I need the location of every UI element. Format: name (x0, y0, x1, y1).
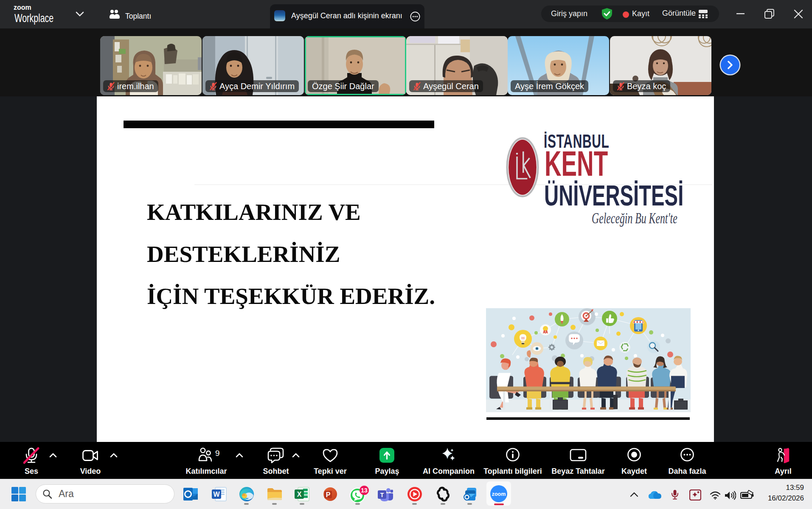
svg-text:X: X (297, 491, 302, 498)
svg-text:P: P (326, 491, 331, 498)
svg-text:W: W (213, 491, 220, 498)
svg-text:T: T (380, 492, 384, 498)
svg-text:zoom: zoom (492, 491, 506, 497)
svg-text:13: 13 (361, 487, 368, 494)
